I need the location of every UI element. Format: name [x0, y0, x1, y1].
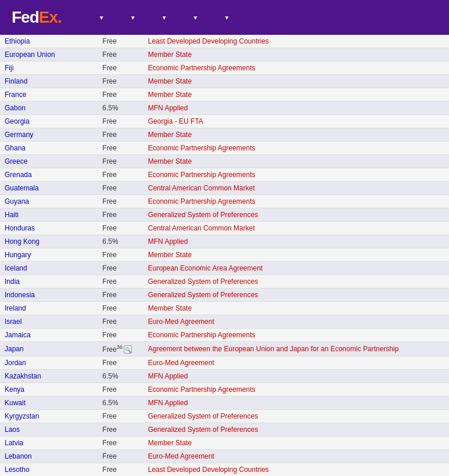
preference-cell[interactable]: Georgia - EU FTA	[143, 115, 449, 128]
country-cell[interactable]: Kuwait	[0, 396, 98, 410]
preference-link[interactable]: Generalized System of Preferences	[148, 277, 258, 286]
country-link[interactable]: Lebanon	[5, 452, 32, 460]
preference-link[interactable]: Member State	[148, 157, 192, 165]
country-link[interactable]: Grenada	[5, 171, 32, 179]
preference-link[interactable]: Euro-Med Agreement	[148, 359, 214, 367]
preference-cell[interactable]: Generalized System of Preferences	[143, 289, 449, 302]
country-link[interactable]: Finland	[5, 77, 27, 85]
preference-link[interactable]: Member State	[148, 131, 192, 139]
preference-cell[interactable]: Euro-Med Agreement	[143, 450, 449, 463]
country-link[interactable]: Haiti	[5, 211, 19, 219]
preference-cell[interactable]: Generalized System of Preferences	[143, 423, 449, 437]
preference-link[interactable]: Least Developed Developing Countries	[148, 37, 269, 45]
country-cell[interactable]: Haiti	[0, 208, 98, 222]
preference-cell[interactable]: Economic Partnership Agreements	[143, 195, 449, 208]
preference-link[interactable]: Economic Partnership Agreements	[148, 144, 256, 152]
nav-customs-tools[interactable]: ▼	[179, 0, 210, 35]
preference-cell[interactable]: European Economic Area Agreement	[143, 262, 449, 275]
country-cell[interactable]: Laos	[0, 423, 98, 437]
preference-link[interactable]: Member State	[148, 91, 192, 99]
country-cell[interactable]: Ghana	[0, 142, 98, 155]
country-cell[interactable]: Kenya	[0, 383, 98, 396]
preference-link[interactable]: MFN Applied	[148, 399, 188, 407]
country-cell[interactable]: Lesotho	[0, 463, 98, 477]
country-link[interactable]: Japan	[5, 345, 24, 353]
preference-link[interactable]: MFN Applied	[148, 237, 188, 246]
country-link[interactable]: Honduras	[5, 224, 35, 232]
preference-link[interactable]: Member State	[148, 77, 192, 85]
country-link[interactable]: Hungary	[5, 251, 31, 259]
nav-shipping[interactable]: ▼	[85, 0, 116, 35]
preference-link[interactable]: MFN Applied	[148, 372, 188, 380]
preference-link[interactable]: MFN Applied	[148, 104, 188, 112]
preference-cell[interactable]: Generalized System of Preferences	[143, 275, 449, 289]
country-cell[interactable]: Japan	[0, 342, 98, 356]
country-link[interactable]: India	[5, 277, 20, 286]
country-link[interactable]: Indonesia	[5, 291, 35, 299]
country-cell[interactable]: Ireland	[0, 302, 98, 315]
country-link[interactable]: Ethiopia	[5, 37, 30, 45]
country-link[interactable]: Georgia	[5, 117, 30, 125]
country-link[interactable]: Ghana	[5, 144, 26, 152]
country-cell[interactable]: Guyana	[0, 195, 98, 208]
country-link[interactable]: Fiji	[5, 64, 13, 72]
country-link[interactable]: Iceland	[5, 264, 27, 272]
country-cell[interactable]: Fiji	[0, 62, 98, 75]
preference-cell[interactable]: MFN Applied	[143, 396, 449, 410]
country-cell[interactable]: Israel	[0, 315, 98, 329]
preference-cell[interactable]: Least Developed Developing Countries	[143, 463, 449, 477]
preference-cell[interactable]: Economic Partnership Agreements	[143, 383, 449, 396]
preference-cell[interactable]: Member State	[143, 88, 449, 102]
country-cell[interactable]: Iceland	[0, 262, 98, 275]
preference-cell[interactable]: Central American Common Market	[143, 182, 449, 195]
country-link[interactable]: Guatemala	[5, 184, 39, 192]
preference-link[interactable]: Economic Partnership Agreements	[148, 64, 256, 72]
country-cell[interactable]: India	[0, 275, 98, 289]
country-cell[interactable]: Hungary	[0, 248, 98, 262]
nav-support[interactable]: ▼	[210, 0, 241, 35]
country-link[interactable]: Hong Kong	[5, 237, 39, 246]
preference-link[interactable]: Generalized System of Preferences	[148, 425, 258, 434]
preference-link[interactable]: Member State	[148, 251, 192, 259]
preference-cell[interactable]: Economic Partnership Agreements	[143, 168, 449, 182]
country-link[interactable]: Kenya	[5, 385, 24, 394]
country-cell[interactable]: Guatemala	[0, 182, 98, 195]
preference-link[interactable]: Least Developed Developing Countries	[148, 466, 269, 474]
preference-cell[interactable]: Generalized System of Preferences	[143, 410, 449, 423]
preference-link[interactable]: Member State	[148, 439, 192, 447]
country-cell[interactable]: Honduras	[0, 222, 98, 235]
preference-cell[interactable]: Member State	[143, 437, 449, 450]
preference-link[interactable]: Economic Partnership Agreements	[148, 331, 256, 339]
preference-link[interactable]: Agreement between the European Union and…	[148, 345, 399, 353]
preference-link[interactable]: Generalized System of Preferences	[148, 412, 258, 420]
nav-tracking[interactable]: ▼	[116, 0, 148, 35]
preference-cell[interactable]: Economic Partnership Agreements	[143, 62, 449, 75]
preference-link[interactable]: Generalized System of Preferences	[148, 291, 258, 299]
preference-link[interactable]: Generalized System of Preferences	[148, 211, 258, 219]
country-cell[interactable]: Finland	[0, 75, 98, 88]
preference-cell[interactable]: Least Developed Developing Countries	[143, 35, 449, 48]
country-cell[interactable]: Germany	[0, 128, 98, 142]
country-link[interactable]: Kazakhstan	[5, 372, 41, 380]
preference-cell[interactable]: MFN Applied	[143, 102, 449, 115]
preference-cell[interactable]: Member State	[143, 75, 449, 88]
country-cell[interactable]: Jamaica	[0, 329, 98, 342]
preference-link[interactable]: Member State	[148, 304, 192, 312]
tooltip-icon[interactable]: 🔍	[124, 345, 132, 354]
country-link[interactable]: Jamaica	[5, 331, 31, 339]
country-cell[interactable]: Kazakhstan	[0, 370, 98, 383]
country-link[interactable]: Kuwait	[5, 399, 26, 407]
country-cell[interactable]: Lebanon	[0, 450, 98, 463]
preference-cell[interactable]: Member State	[143, 248, 449, 262]
preference-cell[interactable]: MFN Applied	[143, 370, 449, 383]
preference-cell[interactable]: Member State	[143, 155, 449, 168]
preference-cell[interactable]: MFN Applied	[143, 235, 449, 248]
preference-link[interactable]: European Economic Area Agreement	[148, 264, 263, 272]
country-link[interactable]: Greece	[5, 157, 27, 165]
country-link[interactable]: Gabon	[5, 104, 26, 112]
country-cell[interactable]: Indonesia	[0, 289, 98, 302]
preference-link[interactable]: Central American Common Market	[148, 224, 255, 232]
country-cell[interactable]: European Union	[0, 48, 98, 62]
country-link[interactable]: Guyana	[5, 197, 29, 205]
country-link[interactable]: Kyrgyzstan	[5, 412, 39, 420]
